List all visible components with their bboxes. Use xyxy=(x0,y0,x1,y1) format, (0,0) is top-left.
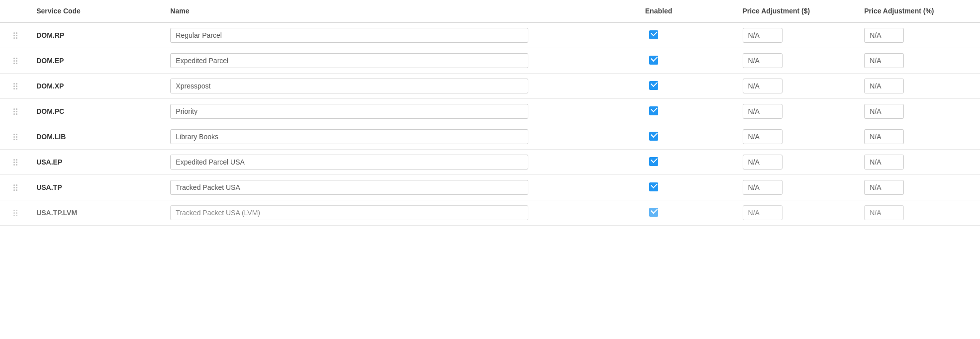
enabled-cell[interactable] xyxy=(639,22,737,48)
drag-handle-cell xyxy=(0,150,30,175)
price-percent-input[interactable] xyxy=(864,180,904,195)
price-dollar-input[interactable] xyxy=(743,155,783,170)
price-dollar-cell[interactable] xyxy=(737,74,859,99)
price-percent-cell[interactable] xyxy=(858,99,980,124)
price-dollar-input[interactable] xyxy=(743,104,783,119)
price-dollar-cell[interactable] xyxy=(737,48,859,74)
price-dollar-input[interactable] xyxy=(743,53,783,68)
service-code-value: DOM.RP xyxy=(36,31,64,39)
checkbox-wrapper[interactable] xyxy=(649,157,658,168)
name-input[interactable] xyxy=(170,180,528,195)
service-code-cell: USA.TP.LVM xyxy=(30,200,164,226)
name-cell[interactable] xyxy=(164,48,639,74)
service-code-cell: DOM.RP xyxy=(30,22,164,48)
price-percent-input[interactable] xyxy=(864,205,904,220)
enabled-checkbox[interactable] xyxy=(649,81,658,90)
enabled-checkbox[interactable] xyxy=(649,106,658,115)
service-code-value: USA.TP xyxy=(36,183,62,191)
price-dollar-cell[interactable] xyxy=(737,99,859,124)
enabled-checkbox[interactable] xyxy=(649,182,658,191)
drag-handle-cell xyxy=(0,22,30,48)
name-cell[interactable] xyxy=(164,99,639,124)
name-input[interactable] xyxy=(170,79,528,93)
drag-handle-icon[interactable] xyxy=(6,184,24,191)
price-percent-cell[interactable] xyxy=(858,22,980,48)
enabled-checkbox[interactable] xyxy=(649,208,658,217)
price-dollar-input[interactable] xyxy=(743,28,783,43)
price-dollar-input[interactable] xyxy=(743,205,783,220)
price-percent-input[interactable] xyxy=(864,53,904,68)
price-dollar-cell[interactable] xyxy=(737,200,859,226)
enabled-cell[interactable] xyxy=(639,200,737,226)
header-drag xyxy=(0,0,30,22)
price-dollar-cell[interactable] xyxy=(737,22,859,48)
checkbox-wrapper[interactable] xyxy=(649,132,658,142)
drag-handle-icon[interactable] xyxy=(6,32,24,39)
price-dollar-input[interactable] xyxy=(743,129,783,144)
name-input[interactable] xyxy=(170,155,528,170)
checkbox-wrapper[interactable] xyxy=(649,30,658,41)
table-row: DOM.RP xyxy=(0,22,980,48)
service-code-value: DOM.XP xyxy=(36,82,64,90)
checkbox-wrapper[interactable] xyxy=(649,81,658,91)
drag-handle-cell xyxy=(0,200,30,226)
price-percent-cell[interactable] xyxy=(858,48,980,74)
drag-handle-cell xyxy=(0,175,30,200)
price-percent-input[interactable] xyxy=(864,28,904,43)
name-input[interactable] xyxy=(170,104,528,119)
drag-handle-icon[interactable] xyxy=(6,159,24,166)
drag-handle-icon[interactable] xyxy=(6,58,24,64)
enabled-cell[interactable] xyxy=(639,48,737,74)
name-cell[interactable] xyxy=(164,74,639,99)
service-table: Service Code Name Enabled Price Adjustme… xyxy=(0,0,980,226)
price-percent-cell[interactable] xyxy=(858,74,980,99)
service-code-cell: DOM.EP xyxy=(30,48,164,74)
enabled-checkbox[interactable] xyxy=(649,132,658,141)
checkbox-wrapper[interactable] xyxy=(649,208,658,218)
name-cell[interactable] xyxy=(164,150,639,175)
price-dollar-input[interactable] xyxy=(743,180,783,195)
drag-handle-icon[interactable] xyxy=(6,108,24,115)
drag-handle-cell xyxy=(0,124,30,150)
price-percent-cell[interactable] xyxy=(858,150,980,175)
price-percent-input[interactable] xyxy=(864,129,904,144)
price-percent-input[interactable] xyxy=(864,155,904,170)
name-cell[interactable] xyxy=(164,124,639,150)
name-input[interactable] xyxy=(170,205,528,220)
enabled-cell[interactable] xyxy=(639,99,737,124)
name-cell[interactable] xyxy=(164,200,639,226)
enabled-checkbox[interactable] xyxy=(649,30,658,39)
enabled-cell[interactable] xyxy=(639,74,737,99)
drag-handle-icon[interactable] xyxy=(6,83,24,89)
service-code-value: DOM.EP xyxy=(36,57,64,65)
service-code-cell: USA.TP xyxy=(30,175,164,200)
price-percent-input[interactable] xyxy=(864,79,904,93)
name-input[interactable] xyxy=(170,53,528,68)
service-code-value: DOM.PC xyxy=(36,107,64,115)
checkbox-wrapper[interactable] xyxy=(649,106,658,117)
table-row: USA.TP.LVM xyxy=(0,200,980,226)
checkbox-wrapper[interactable] xyxy=(649,182,658,193)
name-cell[interactable] xyxy=(164,175,639,200)
drag-handle-icon[interactable] xyxy=(6,134,24,140)
enabled-checkbox[interactable] xyxy=(649,157,658,166)
price-percent-cell[interactable] xyxy=(858,175,980,200)
enabled-cell[interactable] xyxy=(639,124,737,150)
price-dollar-input[interactable] xyxy=(743,79,783,93)
price-percent-input[interactable] xyxy=(864,104,904,119)
name-input[interactable] xyxy=(170,28,528,43)
price-dollar-cell[interactable] xyxy=(737,124,859,150)
service-code-cell: DOM.PC xyxy=(30,99,164,124)
price-dollar-cell[interactable] xyxy=(737,150,859,175)
enabled-checkbox[interactable] xyxy=(649,56,658,65)
checkbox-wrapper[interactable] xyxy=(649,56,658,66)
enabled-cell[interactable] xyxy=(639,150,737,175)
enabled-cell[interactable] xyxy=(639,175,737,200)
price-percent-cell[interactable] xyxy=(858,124,980,150)
name-input[interactable] xyxy=(170,129,528,144)
drag-handle-icon[interactable] xyxy=(6,210,24,216)
header-price-percent: Price Adjustment (%) xyxy=(858,0,980,22)
name-cell[interactable] xyxy=(164,22,639,48)
price-dollar-cell[interactable] xyxy=(737,175,859,200)
price-percent-cell[interactable] xyxy=(858,200,980,226)
